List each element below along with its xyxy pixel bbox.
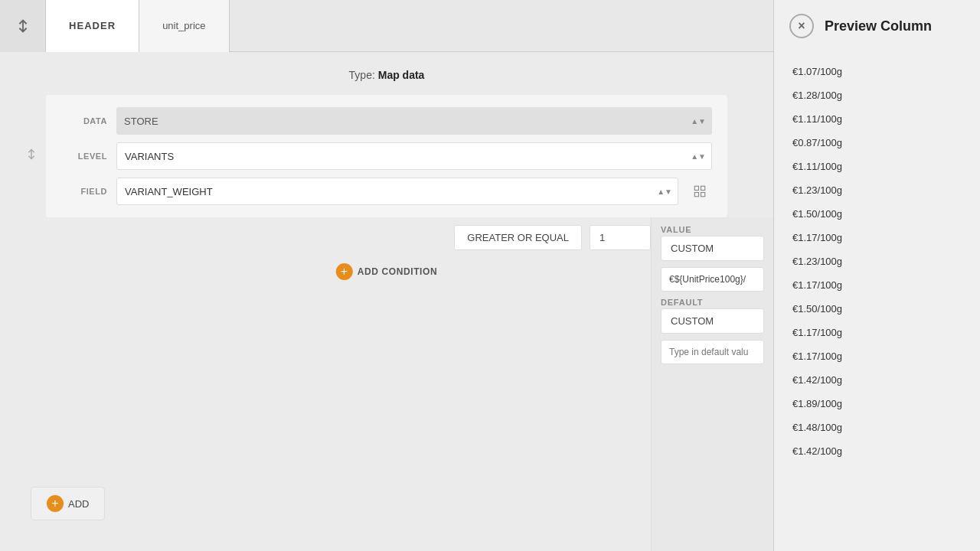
value-default-panel: VALUE CUSTOM DEFAULT CUSTOM bbox=[651, 217, 773, 551]
level-select-wrapper: VARIANTS ▲▼ bbox=[116, 142, 712, 170]
plus-icon: + bbox=[336, 263, 353, 280]
sort-icon-button[interactable] bbox=[0, 0, 46, 52]
type-label-row: Type: Map data bbox=[0, 52, 773, 95]
default-section: DEFAULT CUSTOM bbox=[661, 298, 764, 334]
level-select[interactable]: VARIANTS bbox=[116, 142, 712, 170]
list-item: €1.28/100g bbox=[774, 83, 980, 107]
value-section: VALUE CUSTOM bbox=[661, 225, 764, 261]
add-condition-container: + ADD CONDITION bbox=[336, 263, 437, 280]
default-input-section bbox=[661, 340, 764, 364]
custom-default-button[interactable]: CUSTOM bbox=[661, 308, 764, 334]
default-value-input[interactable] bbox=[661, 340, 764, 364]
editor-pane: Type: Map data DATA STORE ▲▼ bbox=[0, 52, 773, 551]
list-item: €1.23/100g bbox=[774, 249, 980, 273]
svg-rect-2 bbox=[694, 186, 698, 190]
field-label: FIELD bbox=[61, 187, 107, 196]
level-label: LEVEL bbox=[61, 152, 107, 161]
add-condition-button[interactable]: + ADD CONDITION bbox=[336, 263, 437, 280]
type-prefix: Type: bbox=[349, 69, 375, 81]
tab-header[interactable]: HEADER bbox=[46, 0, 139, 52]
list-item: €1.50/100g bbox=[774, 297, 980, 321]
preview-column-panel: €1.07/100g€1.28/100g€1.11/100g€0.87/100g… bbox=[773, 52, 980, 551]
list-item: €1.17/100g bbox=[774, 226, 980, 249]
main-content: Type: Map data DATA STORE ▲▼ bbox=[0, 52, 980, 551]
field-select[interactable]: VARIANT_WEIGHT bbox=[116, 178, 678, 205]
grid-icon bbox=[693, 184, 707, 198]
add-label: ADD bbox=[68, 498, 89, 510]
svg-rect-3 bbox=[701, 186, 705, 190]
list-item: €1.42/100g bbox=[774, 439, 980, 463]
list-item: €0.87/100g bbox=[774, 131, 980, 155]
condition-button[interactable]: GREATER OR EQUAL bbox=[454, 225, 582, 250]
formula-section bbox=[661, 267, 764, 292]
condition-value-input[interactable] bbox=[590, 225, 651, 250]
add-condition-label: ADD CONDITION bbox=[358, 266, 437, 277]
field-field-row: FIELD VARIANT_WEIGHT ▲▼ bbox=[61, 178, 712, 205]
condition-row: GREATER OR EQUAL bbox=[454, 225, 651, 250]
close-icon: × bbox=[798, 19, 805, 33]
list-item: €1.17/100g bbox=[774, 344, 980, 368]
mapping-card: DATA STORE ▲▼ LEVEL VARIANTS ▲▼ bbox=[46, 95, 727, 217]
add-plus-icon: + bbox=[47, 495, 64, 512]
list-item: €1.07/100g bbox=[774, 60, 980, 83]
list-item: €1.11/100g bbox=[774, 107, 980, 131]
list-item: €1.17/100g bbox=[774, 273, 980, 297]
default-section-label: DEFAULT bbox=[661, 298, 764, 307]
list-item: €1.23/100g bbox=[774, 178, 980, 202]
field-select-wrapper: VARIANT_WEIGHT ▲▼ bbox=[116, 178, 678, 205]
data-field-row: DATA STORE ▲▼ bbox=[61, 107, 712, 135]
bottom-area: GREATER OR EQUAL + ADD CONDITION + ADD V… bbox=[0, 217, 773, 551]
value-section-label: VALUE bbox=[661, 225, 764, 234]
preview-items-list: €1.07/100g€1.28/100g€1.11/100g€0.87/100g… bbox=[774, 60, 980, 463]
list-item: €1.11/100g bbox=[774, 155, 980, 178]
svg-rect-4 bbox=[694, 193, 698, 197]
data-select-wrapper: STORE ▲▼ bbox=[116, 107, 712, 135]
sort-icon bbox=[15, 18, 31, 34]
field-grid-button[interactable] bbox=[688, 179, 712, 204]
drag-handle[interactable] bbox=[24, 148, 38, 165]
list-item: €1.89/100g bbox=[774, 392, 980, 416]
top-bar: HEADER unit_price × Preview Column bbox=[0, 0, 980, 52]
data-label: DATA bbox=[61, 116, 107, 126]
type-value: Map data bbox=[378, 69, 425, 81]
tab-unit-price-label: unit_price bbox=[162, 20, 205, 31]
list-item: €1.50/100g bbox=[774, 202, 980, 226]
tab-unit-price[interactable]: unit_price bbox=[139, 0, 229, 52]
data-select[interactable]: STORE bbox=[116, 107, 712, 135]
level-field-row: LEVEL VARIANTS ▲▼ bbox=[61, 142, 712, 170]
close-button[interactable]: × bbox=[789, 14, 814, 38]
list-item: €1.48/100g bbox=[774, 416, 980, 439]
svg-rect-5 bbox=[701, 193, 705, 197]
custom-value-button[interactable]: CUSTOM bbox=[661, 236, 764, 261]
list-item: €1.42/100g bbox=[774, 368, 980, 392]
list-item: €1.17/100g bbox=[774, 321, 980, 344]
preview-column-title: Preview Column bbox=[825, 18, 932, 34]
add-button[interactable]: + ADD bbox=[31, 487, 105, 520]
preview-panel-header: × Preview Column bbox=[773, 0, 980, 52]
formula-input[interactable] bbox=[661, 267, 764, 292]
tab-header-label: HEADER bbox=[69, 20, 116, 31]
